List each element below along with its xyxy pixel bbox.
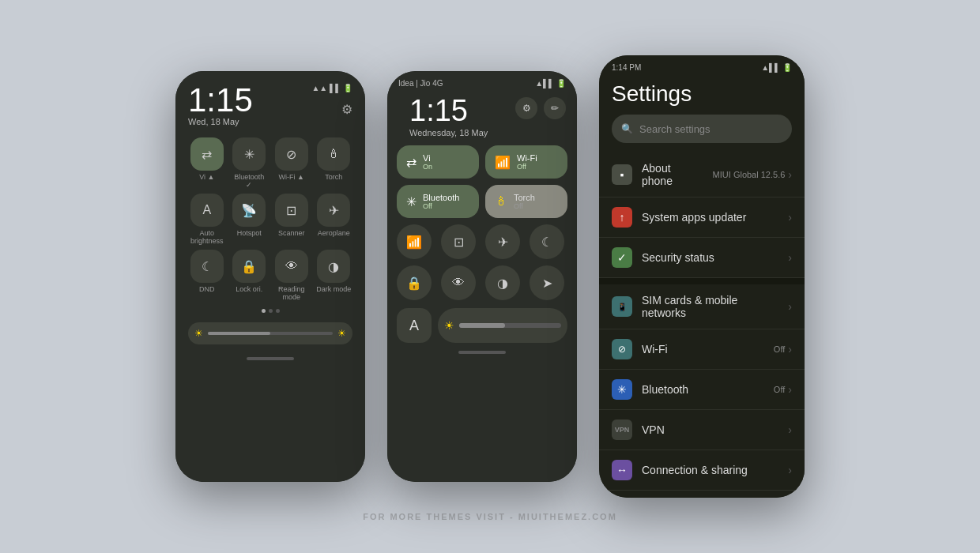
system-apps-icon: ↑ <box>612 207 632 228</box>
phone-settings: 1:14 PM ▲▌▌ 🔋 Settings 🔍 Search settings… <box>599 55 805 498</box>
status-bar: Idea | Jio 4G ▲▌▌ 🔋 <box>387 71 577 91</box>
torch-icon: 🕯 <box>495 194 507 209</box>
bluetooth-settings-icon: ✳ <box>612 379 632 400</box>
phone-controlcenter: Idea | Jio 4G ▲▌▌ 🔋 1:15 Wednesday, 18 M… <box>387 71 577 482</box>
p2-brightness-track <box>459 323 561 328</box>
vi-icon: ⇄ <box>406 155 416 170</box>
chevron-icon-0: › <box>788 168 792 181</box>
chevron-icon-3: › <box>788 300 792 313</box>
settings-bluetooth[interactable]: ✳ Bluetooth Off › <box>599 370 805 410</box>
chevron-icon-1: › <box>788 211 792 224</box>
settings-title: Settings <box>599 75 805 115</box>
settings-sim[interactable]: 📱 SIM cards & mobile networks › <box>599 284 805 329</box>
ctrl-scanner[interactable]: ⊡ Scanner <box>273 194 311 245</box>
signal-icon: ▲▲ ▌▌ 🔋 <box>311 84 352 92</box>
bluetooth-status: Off <box>774 385 785 394</box>
cc-small-row-1: 📶 ⊡ ✈ ☾ <box>387 224 577 259</box>
location-small-btn[interactable]: ➤ <box>530 265 564 300</box>
signal-status: ▲▌▌ 🔋 <box>535 79 566 88</box>
home-bar <box>247 357 294 360</box>
settings-about-phone[interactable]: ▪ About phone MIUI Global 12.5.6 › <box>599 152 805 198</box>
wifi-status: Off <box>774 344 785 354</box>
sim-icon: 📱 <box>612 296 632 317</box>
cc-torch-tile[interactable]: 🕯 Torch Off <box>485 185 567 218</box>
chevron-icon-6: › <box>788 423 792 436</box>
cc-wifi-tile[interactable]: 📶 Wi-Fi Off <box>485 145 567 179</box>
wifi-icon: 📶 <box>495 155 511 170</box>
brightness-icon-btn[interactable]: ⚙ <box>515 97 537 119</box>
cc-tiles: ⇄ Vi On 📶 Wi-Fi Off ✳ Blueto <box>387 145 577 218</box>
ctrl-dnd[interactable]: ☾ DND <box>188 250 226 301</box>
cc-time: 1:15 <box>409 94 488 128</box>
page-dots <box>188 309 352 313</box>
settings-connection-sharing[interactable]: ↔ Connection & sharing › <box>599 450 805 491</box>
settings-wifi[interactable]: ⊘ Wi-Fi Off › <box>599 329 805 370</box>
about-phone-icon: ▪ <box>612 164 632 185</box>
cc-date: Wednesday, 18 May <box>409 128 488 137</box>
settings-list: ▪ About phone MIUI Global 12.5.6 › ↑ Sys… <box>599 152 805 498</box>
ctrl-bluetooth[interactable]: ✳ Bluetooth ✓ <box>231 137 269 189</box>
dnd-small-btn[interactable]: ☾ <box>530 224 564 259</box>
settings-status-bar: 1:14 PM ▲▌▌ 🔋 <box>599 55 805 75</box>
ctrl-torch[interactable]: 🕯 Torch <box>315 137 353 189</box>
lock-small-btn[interactable]: 🔒 <box>397 265 432 300</box>
ctrl-wifi[interactable]: ⊘ Wi-Fi ▲ <box>273 137 311 189</box>
scanner-small-btn[interactable]: ⊡ <box>441 224 476 259</box>
ctrl-lockorientation[interactable]: 🔒 Lock ori. <box>231 250 269 301</box>
phone-lockscreen: 1:15 Wed, 18 May ▲▲ ▌▌ 🔋 ⚙ ⇄ Vi ▲ ✳ Blue… <box>175 71 365 482</box>
brightness-high-icon: ☀ <box>337 328 346 339</box>
brightness-track <box>208 332 333 335</box>
cc-vi-tile[interactable]: ⇄ Vi On <box>397 145 479 179</box>
ctrl-hotspot[interactable]: 📡 Hotspot <box>231 194 269 245</box>
ctrl-airplane[interactable]: ✈ Aeroplane <box>315 194 353 245</box>
search-placeholder: Search settings <box>639 123 710 135</box>
bottom-controls: A ☀ <box>387 308 577 343</box>
home-bar-2 <box>458 351 506 354</box>
search-icon: 🔍 <box>621 123 633 134</box>
wifi-small-btn[interactable]: 📶 <box>397 224 432 259</box>
edit-icon-btn[interactable]: ✏ <box>544 97 566 119</box>
chevron-icon-5: › <box>788 383 792 396</box>
settings-vpn[interactable]: VPN VPN › <box>599 410 805 450</box>
brightness-control[interactable]: ☀ ☀ <box>188 322 352 344</box>
ctrl-vi[interactable]: ⇄ Vi ▲ <box>188 137 226 189</box>
bluetooth-icon: ✳ <box>406 194 416 209</box>
cc-small-row-2: 🔒 👁 ◑ ➤ <box>387 265 577 300</box>
security-icon: ✓ <box>612 247 632 268</box>
sun-icon: ☀ <box>444 319 454 332</box>
settings-icon[interactable]: ⚙ <box>341 102 352 117</box>
settings-signal: ▲▌▌ 🔋 <box>761 63 792 72</box>
section-divider-1 <box>599 278 805 284</box>
settings-lockscreen[interactable]: 🔒 Lock screen › <box>599 491 805 498</box>
carrier-label: Idea | Jio 4G <box>398 79 443 88</box>
vpn-icon: VPN <box>612 419 632 440</box>
phones-container: 1:15 Wed, 18 May ▲▲ ▌▌ 🔋 ⚙ ⇄ Vi ▲ ✳ Blue… <box>175 55 805 498</box>
control-grid: ⇄ Vi ▲ ✳ Bluetooth ✓ ⊘ Wi-Fi ▲ 🕯 Torch <box>188 137 352 301</box>
lockscreen-time: 1:15 <box>188 84 253 117</box>
airplane-small-btn[interactable]: ✈ <box>485 224 520 259</box>
darkmode-small-btn[interactable]: ◑ <box>485 265 520 300</box>
ctrl-autobrightness[interactable]: A Auto brightness <box>188 194 226 245</box>
font-a-btn[interactable]: A <box>397 308 432 343</box>
ctrl-readingmode[interactable]: 👁 Reading mode <box>273 250 311 301</box>
connection-icon: ↔ <box>612 460 632 480</box>
ctrl-darkmode[interactable]: ◑ Dark mode <box>315 250 353 301</box>
chevron-icon-4: › <box>788 343 792 356</box>
settings-system-apps[interactable]: ↑ System apps updater › <box>599 198 805 238</box>
brightness-low-icon: ☀ <box>194 328 203 339</box>
chevron-icon-2: › <box>788 251 792 264</box>
watermark-text: FOR MORE THEMES VISIT - MIUITHEMEZ.COM <box>0 512 980 521</box>
cc-bluetooth-tile[interactable]: ✳ Bluetooth Off <box>397 185 479 218</box>
wifi-settings-icon: ⊘ <box>612 339 632 359</box>
settings-time: 1:14 PM <box>612 63 641 72</box>
eye-small-btn[interactable]: 👁 <box>441 265 476 300</box>
search-bar[interactable]: 🔍 Search settings <box>612 115 792 143</box>
p2-brightness-bar[interactable]: ☀ <box>438 308 567 343</box>
miui-version: MIUI Global 12.5.6 <box>713 170 786 179</box>
chevron-icon-7: › <box>788 464 792 476</box>
settings-security-status[interactable]: ✓ Security status › <box>599 238 805 278</box>
